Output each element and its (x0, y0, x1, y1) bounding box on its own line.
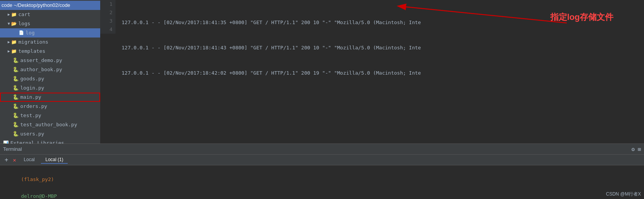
sidebar-title-text: code ~/Desktop/python02/code (2, 2, 70, 9)
sidebar-item-label: orders.py (20, 103, 47, 110)
sidebar-item-migrations[interactable]: ▶ 📁 migrations (0, 38, 100, 47)
sidebar-item-label: test_author_book.py (20, 121, 77, 129)
py-icon: 🐍 (13, 130, 19, 138)
log-line-3: 127.0.0.1 - - [02/Nov/2017:18:42:02 +080… (122, 69, 641, 77)
close-tab-button[interactable]: ✕ (11, 157, 18, 163)
sidebar-item-label: assert_demo.py (20, 57, 62, 64)
add-tab-button[interactable]: + (3, 156, 10, 163)
terminal-command-line: (flask_py2) delron@D-MBP :~/Desktop/pyth… (3, 167, 641, 199)
sidebar-item-author-book[interactable]: 🐍 author_book.py (0, 65, 100, 74)
expand-icon[interactable]: ⊞ (638, 146, 641, 152)
py-icon: 🐍 (13, 84, 19, 92)
py-icon: 🐍 (13, 121, 19, 129)
sidebar-item-templates[interactable]: ▶ 📁 templates (0, 47, 100, 56)
sidebar-item-users[interactable]: 🐍 users.py (0, 129, 100, 139)
folder-icon: 📁 (11, 11, 17, 18)
sidebar-item-label: users.py (20, 130, 44, 138)
sidebar-item-label: log (26, 29, 34, 37)
sidebar-item-goods[interactable]: 🐍 goods.py (0, 74, 100, 83)
terminal-body: (flask_py2) delron@D-MBP :~/Desktop/pyth… (0, 165, 644, 199)
arrow-icon: ▶ (8, 38, 10, 46)
sidebar-item-orders[interactable]: 🐍 orders.py (0, 102, 100, 111)
sidebar-item-label: goods.py (20, 75, 44, 83)
terminal-title: Terminal (3, 146, 22, 152)
sidebar-item-login[interactable]: 🐍 login.py (0, 83, 100, 93)
sidebar-item-assert-demo[interactable]: 🐍 assert_demo.py (0, 56, 100, 65)
arrow-icon: ▶ (8, 47, 10, 55)
py-icon: 🐍 (13, 93, 19, 101)
file-icon: 📄 (19, 29, 24, 37)
py-icon: 🐍 (13, 66, 19, 73)
log-line-2: 127.0.0.1 - - [02/Nov/2017:18:41:43 +080… (122, 44, 641, 52)
folder-icon: 📁 (11, 47, 17, 55)
py-icon: 🐍 (13, 75, 19, 83)
line-num-3: 3 (100, 17, 112, 25)
tab-local-1[interactable]: Local (1) (41, 156, 68, 164)
code-editor: 1 2 3 4 127.0.0.1 - - [02/Nov/2017:18:41… (100, 0, 644, 144)
sidebar-item-label: cart (18, 11, 30, 18)
sidebar-item-label: templates (18, 47, 45, 55)
sidebar-item-label: author_book.py (20, 66, 62, 73)
line-num-2: 2 (100, 8, 112, 17)
tab-local[interactable]: Local (19, 156, 39, 164)
py-icon: 🐍 (13, 57, 19, 64)
folder-icon: 📁 (11, 38, 17, 46)
sidebar: code ~/Desktop/python02/code ▶ 📁 cart ▼ … (0, 0, 100, 144)
arrow-icon: ▶ (8, 11, 10, 18)
sidebar-item-main[interactable]: 🐍 main.py (0, 93, 100, 102)
sidebar-item-label: login.py (20, 84, 44, 92)
sidebar-item-label: logs (18, 20, 30, 28)
annotation-text: 指定log存储文件 (550, 11, 613, 23)
csdn-badge: CSDN @M行者X (606, 191, 641, 197)
flask-env: (flask_py2) (21, 176, 54, 182)
terminal-tabs: + ✕ Local Local (1) (0, 155, 644, 165)
folder-open-icon: 📂 (11, 20, 17, 28)
sidebar-item-label: migrations (18, 38, 48, 46)
sidebar-item-label: main.py (20, 93, 41, 101)
sidebar-item-test[interactable]: 🐍 test.py (0, 111, 100, 120)
user-host: delron@D-MBP (21, 193, 57, 199)
line-num-4: 4 (100, 25, 112, 34)
sidebar-item-label: test.py (20, 112, 41, 119)
gear-icon[interactable]: ⚙ (631, 146, 634, 152)
sidebar-item-external-libs[interactable]: 📊 External Libraries (0, 139, 100, 144)
py-icon: 🐍 (13, 103, 19, 110)
sidebar-item-logs[interactable]: ▼ 📂 logs (0, 19, 100, 28)
sidebar-item-test-author-book[interactable]: 🐍 test_author_book.py (0, 120, 100, 129)
external-libs-icon: 📊 (3, 139, 9, 144)
arrow-icon: ▼ (8, 20, 10, 28)
line-numbers: 1 2 3 4 (100, 0, 115, 34)
sidebar-item-label: External Libraries (10, 139, 64, 144)
sidebar-item-cart[interactable]: ▶ 📁 cart (0, 10, 100, 19)
line-num-1: 1 (100, 0, 112, 8)
terminal-header: Terminal ⚙ ⊞ (0, 144, 644, 155)
terminal-area: Terminal ⚙ ⊞ + ✕ Local Local (1) (flask_… (0, 144, 644, 199)
sidebar-title: code ~/Desktop/python02/code (0, 1, 100, 10)
sidebar-item-log[interactable]: 📄 log (0, 28, 100, 38)
py-icon: 🐍 (13, 112, 19, 119)
